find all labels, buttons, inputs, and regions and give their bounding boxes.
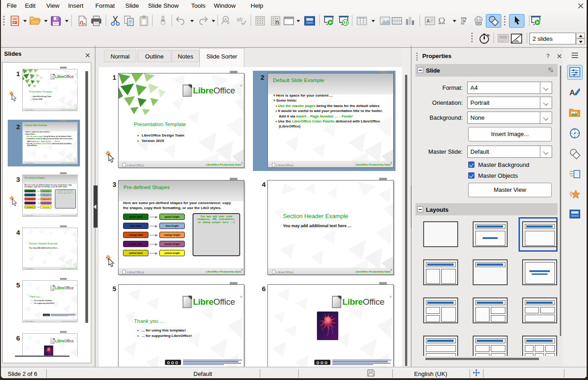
svg-text:d: d: [227, 20, 229, 25]
svg-text:A: A: [569, 88, 575, 97]
svg-text:ab: ab: [237, 16, 243, 23]
svg-text:A: A: [426, 18, 430, 24]
svg-text:a: a: [224, 17, 227, 21]
svg-text:F: F: [461, 16, 466, 26]
svg-text:Ω: Ω: [438, 15, 445, 26]
